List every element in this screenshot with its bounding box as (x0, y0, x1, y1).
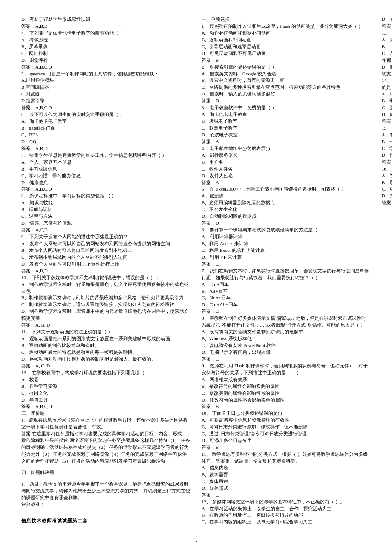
text-line: A、信息内容 (202, 465, 371, 471)
text-line: 评分标准： (21, 501, 190, 508)
text-line: 三、评价题 (21, 410, 190, 417)
text-line: B、各种学习资源 (21, 383, 190, 390)
text-line: D、可添加多个日志分类 (202, 437, 371, 444)
text-line: D、利用 VF 来计算 (202, 254, 371, 261)
text-line: 2、 对搜索引擎的描述错误的是（ ） (202, 64, 371, 71)
text-line: 答案：A,B,D (21, 268, 190, 275)
text-line: 11、 教学资源有多种不同的分类方式，根据（ ）分类可将教学资源媒体分为多媒体库… (202, 451, 371, 465)
text-line: A、搜索英文资料，Google 较为合适 (202, 71, 371, 78)
text-line: 答案：D (202, 220, 371, 227)
text-line: 答案：A (202, 139, 371, 145)
text-line: 8、 新课程标准中，学习目标的类型包括 （ ） (21, 193, 190, 199)
text-line: 答案：C (202, 356, 371, 363)
text-line: A、伽卡他卡电子教室 (21, 118, 190, 125)
text-line: 答案：C (202, 308, 371, 315)
text-line: 9、 下列关于发布个人网站的描述中哪些是正确的？ (21, 234, 190, 240)
text-line: C、通过"日志分类管理"命令可对日志分类进行管理 (202, 431, 371, 437)
text-line: C、凡是对教与学的过程和相关资源所进行的设计、开发、管理、应用和评价的工作都属于… (382, 50, 392, 64)
text-line: 答案：A,B,C,D (21, 186, 190, 193)
text-line (21, 513, 190, 517)
text-line: 1、请观看信息技术课《梦在网上飞》的视频教学片段，评价本课中多媒体网络教室环境下… (21, 417, 190, 431)
text-line: C、功放、音箱 (382, 186, 392, 193)
text-line: 答案：B (202, 403, 371, 410)
text-line: D、课堂评价 (21, 57, 190, 64)
text-line: D、Ctrl+Alt+回车 (202, 301, 371, 308)
text-line: 答案：B (202, 444, 371, 451)
text-line: 答案：A,B,C,D (21, 403, 190, 410)
text-line: B、gateface 门面 (21, 125, 190, 132)
text-line: 12、 在学校教育中，构成学习环境的要素包括下列哪几项（ ） (21, 370, 190, 376)
text-line: A、知识与技能 (21, 199, 190, 206)
text-line: B、在教师的作用发挥上，突出传授与指导的功能 (202, 512, 371, 519)
text-line: B、Alt+回车 (202, 288, 371, 295)
text-line: 答案：A,B,D (21, 23, 190, 30)
text-line: 10、 下列关于多媒体教学演示文稿制作的说法中，错误的是（ ）： (21, 275, 190, 281)
text-line: A、Ctrl+回车 (202, 281, 371, 288)
text-line: C、联想电子教室 (202, 125, 371, 132)
text-line: A、视频展示台 (382, 173, 392, 179)
text-line: C、修改实例的属性会影响符号的属性 (202, 390, 371, 397)
text-line: 答案：A, C, D (21, 363, 190, 370)
text-line: B、必须用编辑器删除相应的数据点 (202, 199, 371, 206)
text-line: C、引导层动画和遮罩层动画 (202, 43, 371, 50)
text-line: B、制作教学演示文稿时，幻灯片的背景应增加多种风格，使幻灯片更具吸引力 (21, 295, 190, 301)
text-line: 11、 下列关于逐帧动画的说法正确的是（ ） (21, 329, 190, 335)
text-line: B、理解与记忆 (21, 206, 190, 213)
text-line: 1、 按照动画的制作方法和生成原理，Flash 的动画类型主要分为哪两大类（ ） (202, 23, 371, 30)
text-line: 答案：B (382, 23, 392, 30)
text-line: B、可对日志分类进行添加、修改操作，但不能删除 (202, 424, 371, 431)
text-line: A、邮件服务器名 (202, 152, 371, 159)
text-line: C、收件人姓名 (202, 166, 371, 173)
text-line: B、一般特征和学习特征 (382, 139, 392, 145)
text-line: D、有助于帮助学生形成感性认识 (21, 16, 190, 23)
text-line: D、在技术支持教学过程中，充分发挥网络的功能 (382, 16, 392, 23)
text-line: 6、 要计算一个班级期末考试的总成绩最简单的方法是（ ） (202, 227, 371, 234)
text-line: 16、 多媒体教室中，能够真实播放与放大声音信号的教学设备是（ ） (382, 166, 392, 173)
text-line: A、初始技能与目标技能 (382, 132, 392, 139)
text-line: 答案：A, B, D (21, 322, 190, 329)
text-line: 10、 下面关于日志分类叙述错误的是( ) (202, 410, 371, 417)
text-line: 四、问题解决题 (21, 469, 190, 476)
text-line: A、可提高博客中信息和资源管理的有效性 (202, 417, 371, 424)
text-line: B、利用 Access 来计算 (202, 240, 371, 247)
page-number: 2 (0, 539, 392, 546)
text-line: 答案：A,C,D (21, 227, 190, 234)
text-line: 8、 某教师在制作好多媒体演示文稿"背影.ppt"之后，但是在讲课时双击该课件时… (202, 315, 371, 329)
text-line: C、不会发生变化 (202, 206, 371, 213)
text-line: 7、 我们在编辑文本时，如果换行时直接按回车，会发现文字的行与行之间是单倍行距，… (202, 268, 371, 281)
text-line: 4、 下列哪些是伽卡他卡电子教室的附带功能（ ） (21, 30, 190, 37)
text-line: D、问题操作模型 (382, 111, 392, 118)
text-line: D、媒体形式 (202, 485, 371, 492)
text-line: D、QQ (21, 139, 190, 145)
text-line: A、采用教育技术的目的在于优化教育教学 (382, 37, 392, 43)
text-line: 答案：D (382, 118, 392, 125)
text-line: B、逐帧动画和补间动画 (202, 37, 371, 43)
text-line: C、BBS (21, 132, 190, 139)
text-line (21, 508, 190, 513)
text-line: 9、 教师在利用 Flash 制作课件时，会用到很多的实例与符号（也称元件），对… (202, 363, 371, 376)
text-line: 14、 认知工具是指能促进学生知识构建，发展思维能力的工具，下列为认知工具的是： (382, 77, 392, 91)
page: D、有助于帮助学生形成感性认识答案：A,B,D4、 下列哪些是伽卡他卡电子教室的… (0, 0, 392, 555)
text-line: 5、 在 Excel2000 中，删除工作表中与图表链接的数据时，图表将（ ） (202, 186, 371, 193)
text-line: 信息技术教师考试试题第二套 (21, 517, 190, 524)
text-line: A、逐帧动画是把一系列的图形或文字放置在一系列关键帧中形成的动画 (21, 335, 190, 342)
text-line: A、制作教学演示文稿时，背景如果是黑色，则文字应尽量使用反差较小的蓝色或灰色 (21, 281, 190, 295)
text-line: 答案：B (382, 159, 392, 166)
text-line: 答案：C (202, 492, 371, 499)
text-line: A、词典 (382, 91, 392, 98)
text-line: B、搜索中文资料时，百度的资源更丰富 (202, 77, 371, 84)
text-line: 6、 以下可以作为师生间的实时交流手段的是（ ） (21, 111, 190, 118)
text-line: 答案：C (382, 199, 392, 206)
text-line: B、极域电子教室 (202, 118, 371, 125)
text-line: C、画图工具 (382, 104, 392, 111)
text-line: A、考试系统 (21, 37, 190, 43)
text-line: 12、 多媒体网络教室环境下的教学的基本特征中，不正确的有（ ）。 (202, 499, 371, 506)
text-line: 答案：A,B,D (21, 145, 190, 152)
text-line: D、可见层动画和不可见层动画 (202, 50, 371, 57)
text-line: B、 (382, 43, 392, 50)
text-line: 答案：A (202, 179, 371, 186)
text-line: B.空间编辑器 (21, 84, 190, 91)
text-line: C、学习准备和智商 (382, 145, 392, 152)
text-line: B、修改符号的属性会影响实例的属性 (202, 383, 371, 390)
text-line: C、在学习内容的组织上，以单元学习和综合学习为主 (202, 519, 371, 526)
